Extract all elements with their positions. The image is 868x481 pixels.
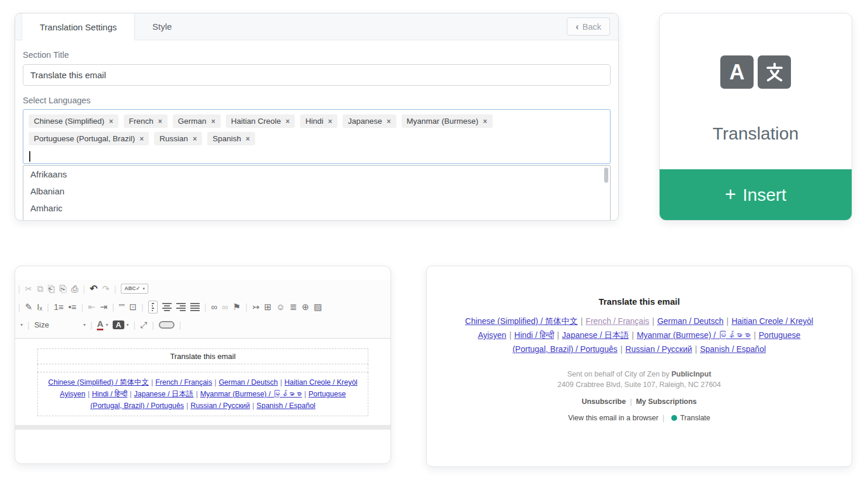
sent-prefix: Sent on behalf of City of Zen by [567, 370, 672, 378]
source-button-icon[interactable] [159, 321, 175, 329]
language-link[interactable]: Spanish / Español [257, 402, 316, 410]
remove-language-icon[interactable]: × [193, 135, 197, 143]
remove-language-icon[interactable]: × [285, 117, 290, 126]
copy-icon[interactable]: ⧉ [37, 284, 43, 293]
align-center-icon[interactable] [162, 303, 172, 311]
indent-icon[interactable]: ⇥ [100, 302, 107, 311]
image-icon[interactable]: ▨ [314, 302, 322, 311]
cut-icon[interactable]: ✂ [25, 284, 33, 293]
link-separator: | [127, 390, 134, 398]
language-link[interactable]: French / Français [585, 316, 649, 326]
scrollbar-thumb[interactable] [604, 168, 608, 183]
tab-style[interactable]: Style [135, 13, 189, 40]
toolbar-separator: | [83, 284, 85, 294]
language-link[interactable]: Hindi / हिन्दी [514, 330, 554, 340]
anchor-icon[interactable]: ⚑ [233, 302, 240, 311]
spellcheck-icon[interactable]: ABC✓▾ [121, 284, 148, 294]
translation-settings-panel: Translation Settings Style ‹ Back Sectio… [15, 13, 619, 221]
maximize-icon[interactable]: ⤢ [140, 320, 147, 329]
language-link[interactable]: Russian / Русский [190, 402, 250, 410]
remove-language-icon[interactable]: × [158, 117, 162, 126]
insert-template-icon[interactable]: ≣ [290, 302, 297, 311]
view-in-browser-link[interactable]: View this email in a browser [568, 414, 658, 422]
language-link[interactable]: German / Deutsch [657, 316, 724, 326]
outdent-icon[interactable]: ⇤ [88, 302, 96, 311]
redo-icon[interactable]: ↷ [102, 284, 110, 293]
chevron-down-icon: ▾ [142, 287, 145, 291]
toolbar-separator: | [81, 302, 83, 312]
translate-link[interactable]: Translate [680, 414, 710, 422]
remove-language-icon[interactable]: × [246, 135, 250, 143]
remove-language-icon[interactable]: × [387, 117, 391, 126]
format-dropdown-icon[interactable]: ▾ [18, 323, 23, 327]
page-break-icon[interactable]: ↣ [252, 302, 260, 311]
language-link[interactable]: Russian / Русский [625, 344, 692, 354]
language-link[interactable]: Hindi / हिन्दी [92, 390, 127, 398]
toolbar-separator: | [112, 302, 114, 312]
remove-language-icon[interactable]: × [328, 117, 332, 126]
language-option[interactable]: Arabic [23, 217, 610, 221]
align-justify-icon[interactable] [190, 303, 200, 311]
size-dropdown-icon[interactable]: Size▾ [34, 321, 86, 329]
globe-icon[interactable]: ⊕ [302, 302, 309, 311]
translation-widget-card[interactable]: A Translation + Insert [659, 13, 852, 221]
language-link[interactable]: German / Deutsch [219, 378, 278, 386]
link-icon[interactable]: ∞ [211, 302, 217, 311]
unlink-icon[interactable]: ∞ [222, 302, 228, 311]
link-separator: | [85, 390, 92, 398]
unsubscribe-link[interactable]: Unsubscribe [581, 398, 626, 406]
tab-translation-settings[interactable]: Translation Settings [22, 13, 135, 40]
toolbar-row: |✎Iₓ|1≡•≡|⇤⇥|””⊡||∞∞⚑|↣⊞☺≣⊕▨ [18, 298, 387, 316]
remove-language-icon[interactable]: × [140, 135, 144, 143]
translate-dot-icon [671, 415, 677, 421]
bulleted-list-icon[interactable]: •≡ [68, 302, 76, 311]
align-left-icon[interactable] [148, 301, 158, 313]
language-link[interactable]: Spanish / Español [700, 344, 766, 354]
remove-language-icon[interactable]: × [109, 117, 113, 126]
language-link[interactable]: Japanese / 日本語 [134, 390, 193, 398]
cjk-character-icon [758, 55, 791, 89]
preview-language-links: Chinese (Simplified) / 简体中文|French / Fra… [462, 314, 817, 356]
link-separator: | [724, 316, 732, 326]
language-option[interactable]: Albanian [23, 183, 610, 200]
language-option[interactable]: Afrikaans [23, 166, 610, 183]
language-option[interactable]: Amharic [23, 200, 610, 217]
format-painter-icon[interactable]: ✎ [25, 302, 33, 311]
language-link[interactable]: Chinese (Simplified) / 简体中文 [48, 378, 149, 386]
smiley-icon[interactable]: ☺ [276, 302, 285, 311]
section-title-input[interactable] [23, 64, 611, 86]
back-button[interactable]: ‹ Back [567, 18, 610, 36]
numbered-list-icon[interactable]: 1≡ [54, 302, 64, 311]
blockquote-icon[interactable]: ”” [119, 302, 125, 311]
preview-section-title: Translate this email [427, 297, 852, 306]
language-link[interactable]: Chinese (Simplified) / 简体中文 [465, 316, 578, 326]
language-tag-label: German [178, 117, 207, 126]
translate-icon: A [720, 55, 791, 89]
language-link[interactable]: Japanese / 日本語 [562, 330, 629, 340]
paste-plain-text-icon[interactable]: ⎘ [60, 284, 67, 293]
div-container-icon[interactable]: ⊡ [130, 302, 137, 311]
toolbar-row: ▾|Size▾|A▾A▾|⤢|| [18, 316, 387, 334]
align-right-icon[interactable] [176, 303, 186, 311]
editor-content[interactable]: Translate this email Chinese (Simplified… [15, 339, 391, 426]
language-tag-label: Russian [159, 134, 188, 143]
tab-label: Style [152, 22, 172, 32]
undo-icon[interactable]: ↶ [90, 284, 97, 294]
text-color-icon[interactable]: A▾ [97, 319, 108, 330]
language-link[interactable]: Myanmar (Burmese) / မြန်မာစာ [200, 390, 302, 398]
language-link[interactable]: Myanmar (Burmese) / မြန်မာစာ [637, 330, 751, 340]
my-subscriptions-link[interactable]: My Subscriptions [636, 398, 696, 406]
toolbar-separator: | [47, 302, 49, 312]
remove-language-icon[interactable]: × [483, 117, 487, 126]
remove-format-icon[interactable]: Iₓ [37, 302, 42, 311]
table-icon[interactable]: ⊞ [264, 302, 271, 311]
remove-language-icon[interactable]: × [211, 117, 215, 126]
background-color-icon[interactable]: A▾ [113, 320, 128, 329]
dropdown-scrollbar[interactable] [604, 168, 608, 219]
language-tag-label: Japanese [348, 117, 382, 126]
language-link[interactable]: French / Français [155, 378, 212, 386]
paste-from-word-icon[interactable]: ⎙ [71, 284, 78, 293]
language-multiselect[interactable]: Chinese (Simplified)×French×German×Haiti… [23, 109, 611, 164]
insert-button[interactable]: + Insert [660, 169, 852, 220]
paste-icon[interactable]: ⎗ [48, 284, 55, 293]
